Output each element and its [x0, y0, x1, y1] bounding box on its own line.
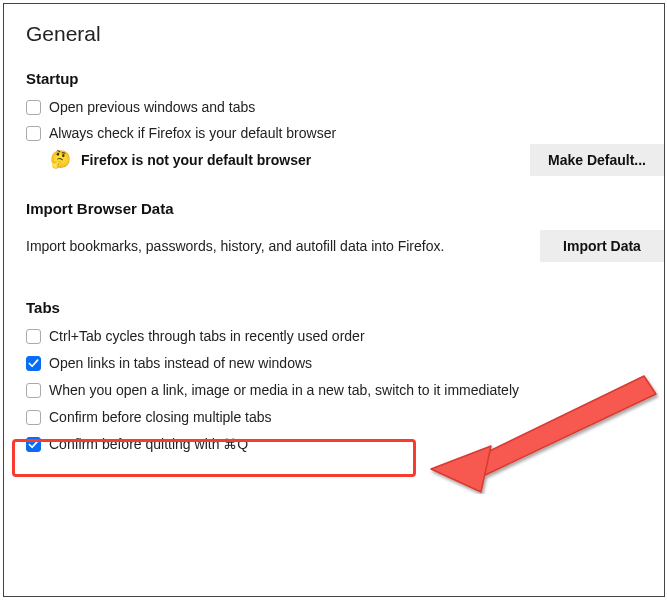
label-confirm-close-tabs: Confirm before closing multiple tabs [49, 409, 272, 425]
tabs-section: Tabs Ctrl+Tab cycles through tabs in rec… [26, 299, 664, 452]
label-links-in-tabs: Open links in tabs instead of new window… [49, 355, 312, 371]
label-ctrltab-cycle: Ctrl+Tab cycles through tabs in recently… [49, 328, 365, 344]
tabs-options: Ctrl+Tab cycles through tabs in recently… [26, 328, 664, 452]
checkbox-confirm-quit[interactable] [26, 437, 41, 452]
default-browser-status-row: 🤔 Firefox is not your default browser Ma… [26, 151, 664, 168]
thinking-face-icon: 🤔 [50, 151, 71, 168]
general-settings-panel: General Startup Open previous windows an… [3, 3, 665, 597]
checkbox-ctrltab-cycle[interactable] [26, 329, 41, 344]
option-check-default-browser[interactable]: Always check if Firefox is your default … [26, 125, 664, 141]
import-heading: Import Browser Data [26, 200, 664, 217]
option-ctrltab-cycle[interactable]: Ctrl+Tab cycles through tabs in recently… [26, 328, 664, 344]
label-confirm-quit: Confirm before quitting with ⌘Q [49, 436, 248, 452]
page-title: General [26, 22, 664, 46]
startup-heading: Startup [26, 70, 664, 87]
option-switch-immediately[interactable]: When you open a link, image or media in … [26, 382, 664, 398]
label-open-previous: Open previous windows and tabs [49, 99, 255, 115]
make-default-button[interactable]: Make Default... [530, 144, 664, 176]
option-confirm-quit[interactable]: Confirm before quitting with ⌘Q [26, 436, 664, 452]
checkbox-confirm-close-tabs[interactable] [26, 410, 41, 425]
import-description: Import bookmarks, passwords, history, an… [26, 238, 444, 254]
option-links-in-tabs[interactable]: Open links in tabs instead of new window… [26, 355, 664, 371]
checkbox-links-in-tabs[interactable] [26, 356, 41, 371]
checkbox-check-default-browser[interactable] [26, 126, 41, 141]
startup-section: Startup Open previous windows and tabs A… [26, 70, 664, 168]
import-data-button[interactable]: Import Data [540, 230, 664, 262]
option-open-previous[interactable]: Open previous windows and tabs [26, 99, 664, 115]
import-row: Import bookmarks, passwords, history, an… [26, 229, 664, 263]
option-confirm-close-tabs[interactable]: Confirm before closing multiple tabs [26, 409, 664, 425]
checkbox-switch-immediately[interactable] [26, 383, 41, 398]
label-switch-immediately: When you open a link, image or media in … [49, 382, 519, 398]
checkbox-open-previous[interactable] [26, 100, 41, 115]
default-browser-status-text: Firefox is not your default browser [81, 152, 311, 168]
svg-marker-1 [431, 446, 491, 492]
import-section: Import Browser Data Import bookmarks, pa… [26, 200, 664, 263]
tabs-heading: Tabs [26, 299, 664, 316]
label-check-default-browser: Always check if Firefox is your default … [49, 125, 336, 141]
